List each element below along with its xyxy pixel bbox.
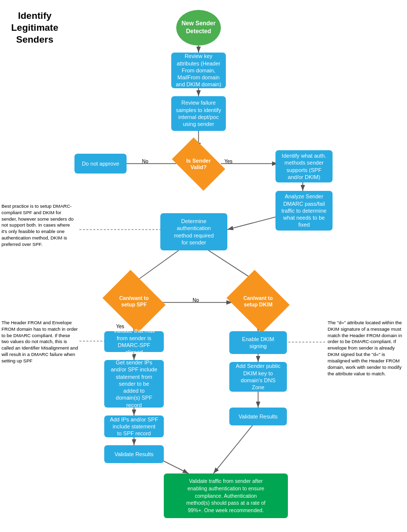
enable-dkim-node: Enable DKIM signing [229, 331, 287, 354]
side-note-left: Best practice is to setup DMARC-complian… [1, 203, 76, 248]
no-arrow-label-1: No [142, 159, 148, 164]
analyze-sender-node: Analyze Sender DMARC pass/fail traffic t… [275, 191, 333, 231]
validate-results-left-node: Validate Results [104, 445, 164, 463]
page-title: Identify Legitimate Senders [7, 10, 62, 45]
yes-arrow-label-spf: Yes [116, 324, 124, 329]
review-key-node: Review key attributes (Header From domai… [171, 53, 226, 88]
diagram-container: Identify Legitimate Senders New Sender D… [0, 0, 407, 532]
validate-results-right-node: Validate Results [229, 408, 287, 425]
validate-traffic-node: Validate traffic from sender after enabl… [164, 473, 288, 518]
add-ips-spf-node: Add IPs and/or SPF include statement to … [104, 415, 164, 437]
identify-auth-node: Identify what auth. methods sender suppo… [275, 150, 333, 182]
side-note-bottom-left: The Header FROM and Envelope FROM domain… [1, 320, 78, 364]
validate-dmarc-spf-node: Validate that mail from sender is DMARC-… [104, 331, 164, 352]
get-sender-ips-node: Get sender IPs and/or SPF include statem… [104, 360, 164, 408]
new-sender-node: New Sender Detected [176, 10, 221, 46]
do-not-approve-node: Do not approve [74, 154, 127, 174]
can-want-dkim-diamond: Can/want to setup DKIM [226, 270, 289, 333]
determine-auth-node: Determine authentication method required… [160, 213, 227, 250]
is-sender-valid-diamond: Is Sender Valid? [172, 137, 225, 190]
svg-line-9 [134, 250, 179, 283]
svg-line-20 [213, 418, 258, 473]
yes-arrow-label-1: Yes [224, 159, 232, 164]
no-arrow-label-2: No [193, 297, 199, 303]
can-want-spf-diamond: Can/want to setup SPF [102, 270, 165, 333]
side-note-bottom-right: The "d=" attribute located within the DK… [328, 320, 405, 377]
add-dkim-key-node: Add Sender public DKIM key to domain's D… [229, 362, 287, 392]
review-failure-node: Review failure samples to identify inter… [171, 96, 226, 131]
svg-line-8 [227, 216, 280, 230]
